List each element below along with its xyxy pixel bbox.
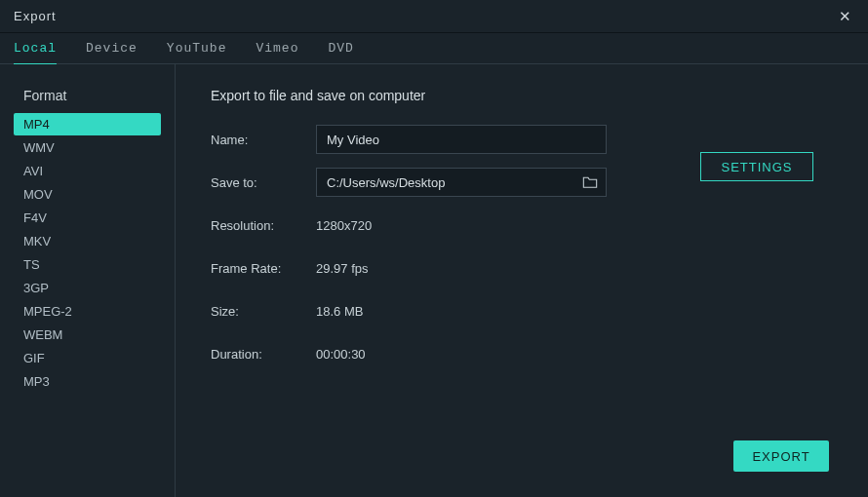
close-icon: ✕ — [839, 8, 851, 24]
format-item-ts[interactable]: TS — [14, 253, 161, 276]
tab-bar: Local Device YouTube Vimeo DVD — [0, 33, 868, 64]
window-title: Export — [14, 9, 57, 23]
main-heading: Export to file and save on computer — [211, 88, 841, 103]
duration-value: 00:00:30 — [316, 347, 366, 362]
resolution-row: Resolution: 1280x720 — [211, 210, 841, 240]
format-item-mp4[interactable]: MP4 — [14, 113, 161, 135]
format-item-mkv[interactable]: MKV — [14, 230, 161, 252]
format-item-mp3[interactable]: MP3 — [14, 370, 161, 393]
settings-button[interactable]: SETTINGS — [700, 152, 813, 181]
name-input[interactable] — [316, 125, 607, 154]
main-panel: Export to file and save on computer Name… — [176, 64, 868, 497]
frame-rate-value: 29.97 fps — [316, 261, 369, 276]
format-item-avi[interactable]: AVI — [14, 160, 161, 182]
tab-dvd[interactable]: DVD — [328, 33, 353, 63]
save-to-path: C:/Users/ws/Desktop — [327, 175, 582, 190]
resolution-label: Resolution: — [211, 218, 316, 233]
body: Format MP4 WMV AVI MOV F4V MKV TS 3GP MP… — [0, 64, 868, 497]
frame-rate-row: Frame Rate: 29.97 fps — [211, 253, 841, 283]
format-item-mov[interactable]: MOV — [14, 183, 161, 206]
duration-label: Duration: — [211, 347, 316, 362]
size-value: 18.6 MB — [316, 304, 363, 319]
name-row: Name: — [211, 125, 841, 154]
frame-rate-label: Frame Rate: — [211, 261, 316, 276]
save-to-input-wrap[interactable]: C:/Users/ws/Desktop — [316, 168, 607, 197]
export-button[interactable]: EXPORT — [733, 440, 829, 472]
format-item-webm[interactable]: WEBM — [14, 324, 161, 346]
size-row: Size: 18.6 MB — [211, 296, 841, 325]
export-window: Export ✕ Local Device YouTube Vimeo DVD … — [0, 0, 868, 497]
format-item-3gp[interactable]: 3GP — [14, 277, 161, 299]
format-item-wmv[interactable]: WMV — [14, 136, 161, 159]
format-item-mpeg2[interactable]: MPEG-2 — [14, 300, 161, 323]
size-label: Size: — [211, 304, 316, 319]
close-button[interactable]: ✕ — [835, 8, 854, 25]
folder-icon[interactable] — [582, 175, 598, 189]
format-sidebar: Format MP4 WMV AVI MOV F4V MKV TS 3GP MP… — [0, 64, 176, 497]
tab-local[interactable]: Local — [14, 33, 57, 63]
title-bar: Export ✕ — [0, 0, 868, 33]
duration-row: Duration: 00:00:30 — [211, 339, 841, 368]
tab-youtube[interactable]: YouTube — [167, 33, 227, 63]
format-item-f4v[interactable]: F4V — [14, 207, 161, 229]
tab-device[interactable]: Device — [86, 33, 138, 63]
resolution-value: 1280x720 — [316, 218, 372, 233]
format-item-gif[interactable]: GIF — [14, 347, 161, 369]
name-label: Name: — [211, 133, 316, 147]
format-heading: Format — [23, 88, 161, 103]
save-to-label: Save to: — [211, 175, 316, 190]
tab-vimeo[interactable]: Vimeo — [256, 33, 298, 63]
